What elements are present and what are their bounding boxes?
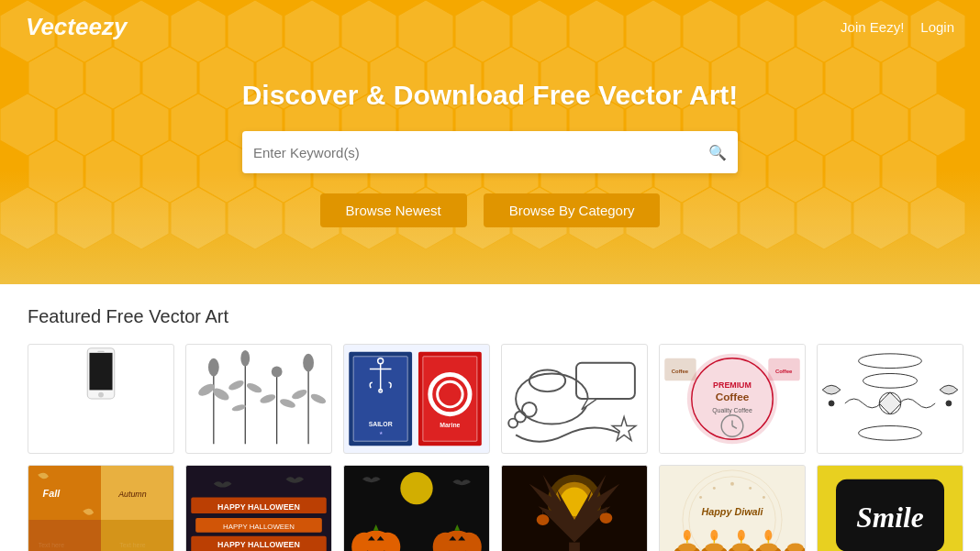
svg-point-12 <box>245 381 262 395</box>
main-content: Featured Free Vector Art <box>0 284 980 551</box>
svg-text:Text here: Text here <box>119 542 145 548</box>
svg-point-21 <box>309 392 327 406</box>
svg-point-101 <box>600 512 613 523</box>
svg-rect-4 <box>97 351 104 352</box>
thumb-halloween-tree[interactable] <box>501 465 648 551</box>
svg-point-10 <box>240 350 250 367</box>
svg-point-127 <box>749 487 752 490</box>
svg-point-126 <box>730 482 734 486</box>
svg-text:Coffee: Coffee <box>775 369 793 374</box>
thumb-diwali[interactable]: Happy Diwali <box>659 465 806 551</box>
svg-text:Autumn: Autumn <box>117 490 147 499</box>
svg-point-3 <box>98 392 104 398</box>
thumb-sailor[interactable]: SAILOR ★ Marine <box>343 344 490 454</box>
thumb-floral[interactable] <box>185 344 332 454</box>
svg-point-118 <box>738 530 745 541</box>
search-icon[interactable]: 🔍 <box>708 144 727 161</box>
svg-text:PREMIUM: PREMIUM <box>713 380 752 390</box>
svg-rect-39 <box>576 363 635 399</box>
svg-text:Coffee: Coffee <box>672 369 689 374</box>
thumb-phone[interactable] <box>28 344 174 454</box>
thumb-ornament[interactable] <box>817 344 963 454</box>
svg-point-16 <box>259 392 276 404</box>
svg-point-100 <box>537 514 550 525</box>
svg-text:HAPPY HALLOWEEN: HAPPY HALLOWEEN <box>217 502 300 512</box>
svg-text:Quality Coffee: Quality Coffee <box>712 407 752 414</box>
svg-point-129 <box>763 496 765 499</box>
svg-point-15 <box>272 367 283 378</box>
nav-links: Join Eezy! Login <box>841 19 954 35</box>
svg-point-20 <box>291 388 308 402</box>
svg-point-61 <box>829 401 834 406</box>
svg-text:Text here: Text here <box>39 542 64 548</box>
search-input[interactable] <box>253 145 708 160</box>
svg-text:SAILOR: SAILOR <box>369 421 393 427</box>
section-title: Featured Free Vector Art <box>28 306 952 327</box>
svg-text:Happy Diwali: Happy Diwali <box>701 506 763 517</box>
browse-newest-button[interactable]: Browse Newest <box>320 193 467 227</box>
svg-rect-2 <box>89 353 112 391</box>
thumbnail-row-1: SAILOR ★ Marine <box>28 344 952 454</box>
login-link[interactable]: Login <box>920 19 954 35</box>
top-nav: Vecteezy Join Eezy! Login <box>0 0 980 54</box>
search-bar: 🔍 <box>242 131 738 173</box>
thumb-smile[interactable]: Smile <box>817 465 963 551</box>
svg-point-6 <box>208 358 219 377</box>
svg-point-82 <box>400 472 432 504</box>
svg-point-19 <box>303 354 314 372</box>
svg-marker-40 <box>582 399 597 410</box>
svg-point-38 <box>508 419 518 428</box>
thumb-speech[interactable] <box>501 344 648 454</box>
svg-text:Fall: Fall <box>43 488 61 499</box>
site-logo: Vecteezy <box>26 13 127 41</box>
svg-point-110 <box>684 530 691 541</box>
svg-marker-41 <box>612 417 636 441</box>
svg-text:Marine: Marine <box>440 422 460 428</box>
svg-point-114 <box>710 530 718 541</box>
svg-point-130 <box>699 496 702 499</box>
svg-rect-99 <box>569 543 580 551</box>
thumb-halloween-banner[interactable]: HAPPY HALLOWEEN HAPPY HALLOWEEN HAPPY HA… <box>185 465 332 551</box>
svg-point-17 <box>279 397 296 409</box>
svg-point-128 <box>713 487 716 490</box>
svg-text:Smile: Smile <box>856 501 923 534</box>
browse-buttons: Browse Newest Browse By Category <box>320 193 661 227</box>
svg-text:Coffee: Coffee <box>716 391 750 403</box>
hero-title: Discover & Download Free Vector Art! <box>242 80 739 111</box>
hero-content: Discover & Download Free Vector Art! 🔍 B… <box>0 54 980 227</box>
hero-section: Vecteezy Join Eezy! Login Discover & Dow… <box>0 0 980 284</box>
thumb-halloween-pumpkin[interactable] <box>343 465 490 551</box>
thumb-coffee[interactable]: PREMIUM Coffee Quality Coffee Coffee Cof… <box>659 344 806 454</box>
svg-text:HAPPY HALLOWEEN: HAPPY HALLOWEEN <box>223 523 295 531</box>
browse-category-button[interactable]: Browse By Category <box>484 193 661 227</box>
svg-point-13 <box>231 403 247 413</box>
thumbnail-row-2: Fall Autumn Text here Text here HAPPY HA… <box>28 465 952 551</box>
svg-point-62 <box>946 401 952 406</box>
svg-text:HAPPY HALLOWEEN: HAPPY HALLOWEEN <box>217 540 300 549</box>
svg-point-11 <box>228 379 245 392</box>
join-link[interactable]: Join Eezy! <box>841 19 904 35</box>
thumb-fall[interactable]: Fall Autumn Text here Text here <box>28 465 174 551</box>
svg-point-122 <box>764 530 772 541</box>
